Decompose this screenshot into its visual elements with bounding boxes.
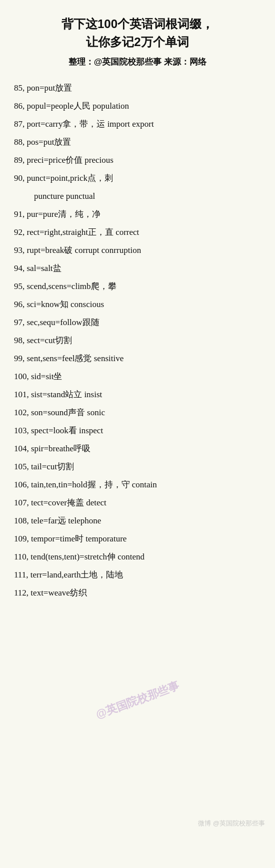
list-item: 110, tend(tens,tent)=stretch伸 contend: [14, 548, 261, 565]
list-item: 87, port=carry拿，带，运 import export: [14, 116, 261, 133]
list-item: 86, popul=people人民 population: [14, 98, 261, 115]
entry-main-line: 90, punct=point,prick点，刺: [14, 170, 261, 187]
entry-main-line: 95, scend,scens=climb爬，攀: [14, 278, 261, 295]
entries-list: 85, pon=put放置86, popul=people人民 populati…: [14, 80, 261, 602]
list-item: 97, sec,sequ=follow跟随: [14, 314, 261, 331]
watermark: @英国院校那些事: [94, 678, 181, 722]
subtitle-text: 整理：@英国院校那些事 来源：网络: [68, 57, 206, 67]
entry-main-line: 103, spect=look看 inspect: [14, 422, 261, 439]
entry-main-line: 109, tempor=time时 temporature: [14, 530, 261, 547]
entry-main-line: 100, sid=sit坐: [14, 368, 261, 385]
list-item: 100, sid=sit坐: [14, 368, 261, 385]
entry-main-line: 92, rect=right,straight正，直 correct: [14, 224, 261, 241]
subtitle: 整理：@英国院校那些事 来源：网络: [14, 56, 261, 68]
entry-main-line: 112, text=weave纺织: [14, 585, 261, 602]
list-item: 108, tele=far远 telephone: [14, 512, 261, 529]
entry-main-line: 89, preci=price价值 precious: [14, 152, 261, 169]
list-item: 98, sect=cut切割: [14, 332, 261, 349]
entry-main-line: 88, pos=put放置: [14, 134, 261, 151]
entry-main-line: 101, sist=stand站立 insist: [14, 386, 261, 403]
entry-main-line: 99, sent,sens=feel感觉 sensitive: [14, 350, 261, 367]
entry-main-line: 108, tele=far远 telephone: [14, 512, 261, 529]
list-item: 109, tempor=time时 temporature: [14, 530, 261, 547]
entry-main-line: 107, tect=cover掩盖 detect: [14, 494, 261, 511]
entry-main-line: 93, rupt=break破 corrupt conrruption: [14, 242, 261, 259]
entry-main-line: 110, tend(tens,tent)=stretch伸 contend: [14, 548, 261, 565]
entry-main-line: 85, pon=put放置: [14, 80, 261, 97]
list-item: 107, tect=cover掩盖 detect: [14, 494, 261, 511]
entry-main-line: 94, sal=salt盐: [14, 260, 261, 277]
entry-main-line: 102, son=sound声音 sonic: [14, 404, 261, 421]
list-item: 95, scend,scens=climb爬，攀: [14, 278, 261, 295]
list-item: 99, sent,sens=feel感觉 sensitive: [14, 350, 261, 367]
title-line2: 让你多记2万个单词: [86, 35, 188, 49]
list-item: 111, terr=land,earth土地，陆地: [14, 566, 261, 584]
list-item: 101, sist=stand站立 insist: [14, 386, 261, 403]
title-line1: 背下这100个英语词根词缀，: [62, 17, 214, 31]
list-item: 112, text=weave纺织: [14, 585, 261, 602]
entry-main-line: 91, pur=pure清，纯，净: [14, 206, 261, 223]
list-item: 105, tail=cut切割: [14, 458, 261, 475]
list-item: 103, spect=look看 inspect: [14, 422, 261, 439]
entry-main-line: 87, port=carry拿，带，运 import export: [14, 116, 261, 133]
list-item: 106, tain,ten,tin=hold握，持，守 contain: [14, 476, 261, 493]
list-item: 94, sal=salt盐: [14, 260, 261, 277]
list-item: 88, pos=put放置: [14, 134, 261, 151]
list-item: 92, rect=right,straight正，直 correct: [14, 224, 261, 241]
entry-main-line: 105, tail=cut切割: [14, 458, 261, 475]
list-item: 96, sci=know知 conscious: [14, 296, 261, 313]
list-item: 90, punct=point,prick点，刺puncture punctua…: [14, 170, 261, 205]
entry-main-line: 111, terr=land,earth土地，陆地: [14, 566, 261, 584]
bottom-watermark: 微博 @英国院校那些事: [198, 819, 265, 828]
entry-main-line: 86, popul=people人民 population: [14, 98, 261, 115]
list-item: 102, son=sound声音 sonic: [14, 404, 261, 421]
list-item: 104, spir=breathe呼吸: [14, 440, 261, 457]
page: 背下这100个英语词根词缀， 让你多记2万个单词 整理：@英国院校那些事 来源：…: [0, 0, 275, 868]
title: 背下这100个英语词根词缀， 让你多记2万个单词: [14, 15, 261, 51]
entry-main-line: 97, sec,sequ=follow跟随: [14, 314, 261, 331]
entry-main-line: 96, sci=know知 conscious: [14, 296, 261, 313]
list-item: 93, rupt=break破 corrupt conrruption: [14, 242, 261, 259]
entry-main-line: 106, tain,ten,tin=hold握，持，守 contain: [14, 476, 261, 493]
entry-main-line: 104, spir=breathe呼吸: [14, 440, 261, 457]
entry-main-line: 98, sect=cut切割: [14, 332, 261, 349]
list-item: 85, pon=put放置: [14, 80, 261, 97]
list-item: 89, preci=price价值 precious: [14, 152, 261, 169]
entry-continuation-line: puncture punctual: [14, 188, 261, 205]
list-item: 91, pur=pure清，纯，净: [14, 206, 261, 223]
